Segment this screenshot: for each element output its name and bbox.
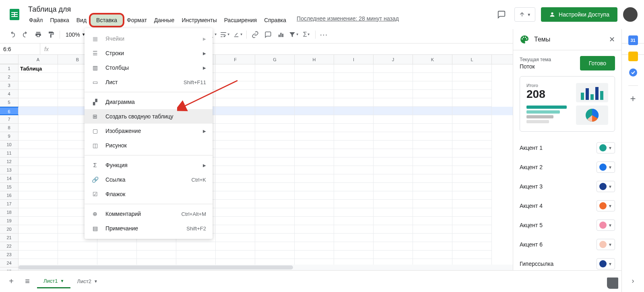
cell[interactable] [413,149,452,157]
account-avatar[interactable] [623,7,638,22]
row-header[interactable]: 19 [0,217,19,225]
cell[interactable] [295,251,334,259]
cell[interactable] [452,64,492,73]
cell[interactable] [452,217,492,225]
cell[interactable] [374,107,413,115]
tasks-icon[interactable] [628,68,638,77]
cell[interactable] [452,208,492,217]
cell[interactable] [452,81,492,90]
row-header[interactable]: 21 [0,234,19,242]
cell[interactable] [19,242,58,251]
cell[interactable] [334,73,374,81]
print-button[interactable] [32,29,44,41]
cell[interactable] [452,73,492,81]
redo-button[interactable] [19,29,31,41]
cell[interactable] [452,174,492,183]
cell[interactable] [19,73,58,81]
undo-button[interactable] [6,29,19,41]
cell[interactable] [216,200,255,208]
cell[interactable] [255,208,295,217]
cell[interactable] [255,73,295,81]
cell[interactable] [295,149,334,157]
cell[interactable] [374,64,413,73]
row-header[interactable]: 25 [0,267,19,270]
cell[interactable] [374,225,413,234]
col-header[interactable]: L [452,55,492,64]
row-header[interactable]: 6 [0,107,19,115]
cell[interactable] [413,157,452,166]
menu-item-sheet[interactable]: ▭ЛистShift+F11 [85,75,213,89]
cell[interactable] [413,217,452,225]
last-edit-link[interactable]: Последнее изменение: 28 минут назад [297,15,399,25]
cell[interactable] [413,174,452,183]
cell[interactable] [374,183,413,191]
color-picker[interactable]: ▼ [597,200,615,211]
cell[interactable] [413,166,452,174]
cell[interactable] [216,234,255,242]
cell[interactable] [19,174,58,183]
cell[interactable] [452,191,492,200]
select-all-corner[interactable] [0,55,19,64]
cell[interactable] [374,234,413,242]
col-header[interactable]: F [216,55,255,64]
row-header[interactable]: 23 [0,251,19,259]
cell[interactable] [413,242,452,251]
cell[interactable] [19,157,58,166]
sheet-tab[interactable]: Лист2 ▼ [70,275,104,288]
menu-расширения[interactable]: Расширения [221,15,260,25]
menu-item-rows[interactable]: ☰Строки▶ [85,46,213,60]
cell[interactable] [19,183,58,191]
cell[interactable] [19,98,58,107]
cell[interactable] [255,98,295,107]
cell[interactable] [295,174,334,183]
cell[interactable] [19,208,58,217]
comment-button[interactable] [262,29,274,41]
cell[interactable] [413,132,452,141]
cell[interactable] [334,132,374,141]
cell[interactable] [255,149,295,157]
cell[interactable] [19,115,58,124]
close-button[interactable]: ✕ [609,35,615,44]
cell[interactable] [413,81,452,90]
cell[interactable] [374,73,413,81]
menu-item-chart[interactable]: ▞Диаграмма [85,95,213,109]
row-header[interactable]: 11 [0,149,19,157]
cell[interactable] [413,64,452,73]
cell[interactable] [374,149,413,157]
menu-данные[interactable]: Данные [151,15,178,25]
menu-item-cells[interactable]: ▦Ячейки▶ [85,31,213,46]
cell[interactable] [452,225,492,234]
cell[interactable] [413,234,452,242]
cell[interactable] [255,242,295,251]
cell[interactable] [255,200,295,208]
cell[interactable] [216,174,255,183]
menu-формат[interactable]: Формат [124,15,150,25]
cell[interactable] [295,157,334,166]
done-button[interactable]: Готово [580,56,615,70]
cell[interactable] [374,141,413,149]
cell[interactable] [255,225,295,234]
wrap-button[interactable]: ▼ [219,29,231,41]
menu-item-checkbox[interactable]: ☑Флажок [85,187,213,201]
row-header[interactable]: 13 [0,166,19,174]
cell[interactable] [19,191,58,200]
cell[interactable] [216,157,255,166]
cell[interactable] [374,81,413,90]
horizontal-scrollbar[interactable] [19,265,518,270]
row-header[interactable]: 14 [0,174,19,183]
cell[interactable] [295,124,334,132]
cell[interactable] [452,149,492,157]
col-header[interactable]: H [295,55,334,64]
cell[interactable] [216,149,255,157]
menu-item-sigma[interactable]: ΣФункция▶ [85,158,213,172]
cell[interactable] [58,242,97,251]
row-header[interactable]: 12 [0,157,19,166]
sheets-logo[interactable] [6,6,23,23]
cell[interactable] [374,242,413,251]
row-header[interactable]: 16 [0,191,19,200]
col-header[interactable]: I [334,55,374,64]
cell[interactable] [334,200,374,208]
comments-button[interactable] [494,7,509,22]
cell[interactable] [255,174,295,183]
row-header[interactable]: 4 [0,90,19,98]
